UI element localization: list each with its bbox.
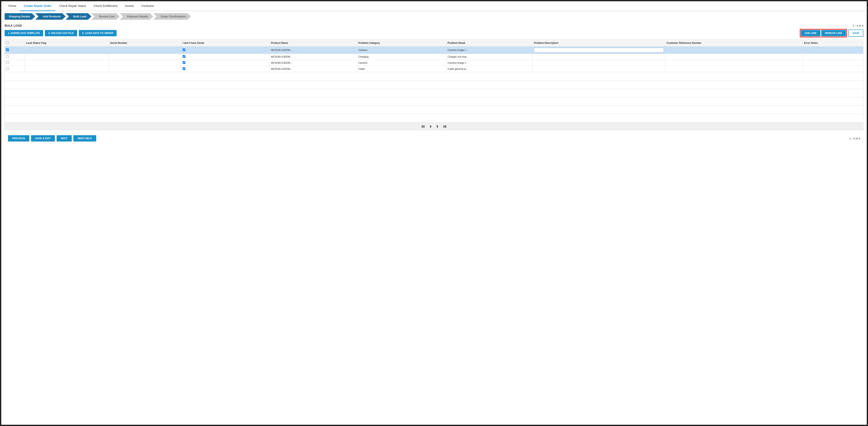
bulk-load-header: BULK LOAD 1 - 4 of 4 [5,24,863,27]
table-header-row: Load Status Flag Serial Number I don't h… [5,40,863,47]
row3-load-status [25,60,109,66]
row2-checkbox[interactable] [6,55,9,58]
previous-button[interactable]: PREVIOUS [8,135,29,142]
row2-product-name: MC9190-G30SW... [270,54,357,60]
row3-problem-detail: Camera image f... [446,60,532,66]
table-pagination: ▮▮ ▮ ▮ ▮▮ [5,122,863,130]
row3-no-serial-checkbox[interactable] [183,61,185,64]
download-template-button[interactable]: 1. DOWNLOAD TEMPLATE [5,30,43,36]
row3-product-name: MC9190-G30SW... [270,60,357,66]
row1-checkbox-cell [5,47,25,54]
top-navigation: Home Create Repair Order Check Repair St… [1,1,867,11]
remove-line-highlighted: ADD LINE REMOVE LINE [800,29,847,37]
empty-row [5,81,863,89]
row4-serial [109,66,181,72]
bulk-load-title: BULK LOAD [5,24,22,27]
row1-no-serial-checkbox[interactable] [183,49,185,51]
step-order-confirmation[interactable]: Order Confirmation [153,13,191,20]
row3-serial [109,60,181,66]
row4-load-status [25,66,109,72]
right-buttons: ADD LINE REMOVE LINE SAVE [800,29,863,37]
col-header-load-status-flag: Load Status Flag [25,40,109,47]
row1-load-status [25,47,109,54]
bulk-load-table: Load Status Flag Serial Number I don't h… [5,39,863,122]
save-exit-button[interactable]: SAVE & EXIT [31,135,55,142]
row2-problem-category: Charging [357,54,446,60]
row1-customer-ref [665,47,803,54]
row4-checkbox-cell [5,66,25,72]
row3-problem-description-cell [532,60,665,66]
row4-problem-category: Cable [357,66,446,72]
row1-product-name: MC9190-G30SW... [270,47,357,54]
row1-error-notes [803,47,863,54]
row4-customer-ref [665,66,803,72]
col-header-customer-ref: Customer Reference Number [665,40,803,47]
record-count-bottom: 1 - 4 of 4 [849,137,860,140]
pager-first-button[interactable]: ▮▮ [420,124,426,128]
row4-no-serial-checkbox[interactable] [183,67,185,70]
nav-assets[interactable]: Assets [121,1,137,11]
row1-serial [109,47,181,54]
add-line-button[interactable]: ADD LINE [801,30,820,36]
remove-line-button[interactable]: REMOVE LINE [821,30,846,36]
toolbar: 1. DOWNLOAD TEMPLATE 2. UPLOAD CSV FILE … [5,29,863,37]
row1-problem-category: Camera [357,47,446,54]
next-button[interactable]: NEXT [57,135,72,142]
row1-problem-description-input[interactable] [534,48,664,53]
need-help-button[interactable]: NEED HELP [73,135,96,142]
row2-no-serial-checkbox[interactable] [183,55,185,58]
row3-problem-category: Camera [357,60,446,66]
row3-checkbox-cell [5,60,25,66]
row2-problem-detail: Charger not char... [446,54,532,60]
col-header-problem-detail: Problem Detail [446,40,532,47]
row4-product-name: MC9190-G30SW... [270,66,357,72]
step-bulk-load[interactable]: Bulk Load [66,13,91,20]
step-review-cart[interactable]: Review Cart [91,13,120,20]
nav-check-repair-status[interactable]: Check Repair Status [55,1,90,11]
empty-row [5,97,863,106]
step-payment-details[interactable]: Payment Details [120,13,153,20]
nav-check-entitlement[interactable]: Check Entitlement [90,1,121,11]
row1-no-serial-cell [181,47,270,54]
table-row: MC9190-G30SW... Charging Charger not cha… [5,54,863,60]
upload-csv-button[interactable]: 2. UPLOAD CSV FILE [45,30,77,36]
row3-error-notes [803,60,863,66]
empty-row [5,89,863,97]
row4-checkbox[interactable] [6,67,9,70]
steps-bar: Shipping Details Add Products Bulk Load … [1,11,867,22]
nav-create-repair-order[interactable]: Create Repair Order [20,1,55,11]
col-header-product-name: Product Name [270,40,357,47]
row2-error-notes [803,54,863,60]
row2-problem-description-cell [532,54,665,60]
select-all-checkbox[interactable] [6,41,9,44]
pager-next-button[interactable]: ▮ [435,124,439,128]
save-button[interactable]: SAVE [848,30,863,37]
row1-problem-detail: Camera image f... [446,47,532,54]
step-add-products[interactable]: Add Products [35,13,66,20]
col-header-checkbox [5,40,25,47]
nav-home[interactable]: Home [5,1,20,11]
row3-no-serial-cell [181,60,270,66]
load-data-button[interactable]: 3. LOAD DATA TO ORDER [79,30,117,36]
col-header-problem-category: Problem Category [357,40,446,47]
row1-problem-description-cell [532,47,665,54]
nav-contracts[interactable]: Contracts [137,1,158,11]
col-header-error-notes: Error Notes [803,40,863,47]
empty-row [5,106,863,114]
bottom-action-bar: PREVIOUS SAVE & EXIT NEXT NEED HELP 1 - … [5,133,863,144]
step-shipping-details[interactable]: Shipping Details [5,13,35,20]
row3-customer-ref [665,60,803,66]
row2-checkbox-cell [5,54,25,60]
table-row: MC9190-G30SW... Cable Cable general pr..… [5,66,863,72]
row1-checkbox[interactable] [6,49,9,51]
row4-error-notes [803,66,863,72]
row4-problem-description-cell [532,66,665,72]
pager-last-button[interactable]: ▮▮ [442,124,448,128]
row2-load-status [25,54,109,60]
col-header-serial-number: Serial Number [109,40,181,47]
row3-checkbox[interactable] [6,61,9,64]
empty-row [5,72,863,81]
row2-serial [109,54,181,60]
pager-prev-button[interactable]: ▮ [429,124,433,128]
row4-problem-detail: Cable general pr... [446,66,532,72]
